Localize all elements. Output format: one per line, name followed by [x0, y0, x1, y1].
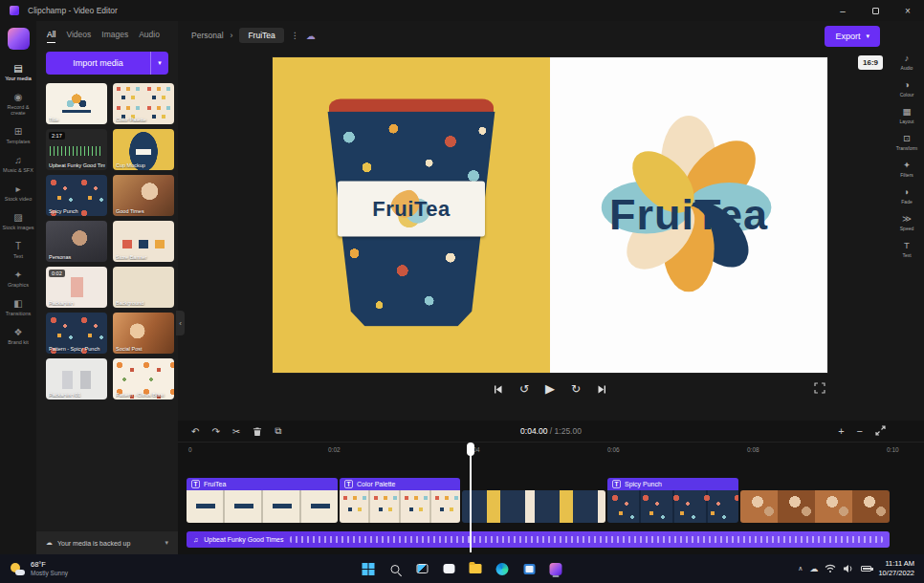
- media-item-pattern-citrus-blast[interactable]: Pattern - Citrus Blast: [113, 358, 174, 399]
- rail-item-label: Speed: [900, 226, 913, 231]
- playhead-handle[interactable]: [467, 443, 474, 456]
- file-explorer-button[interactable]: [468, 561, 484, 577]
- timeline-audio-clip[interactable]: ♫ Upbeat Funky Good Times: [187, 531, 890, 548]
- clipchamp-taskbar-button[interactable]: [548, 561, 564, 577]
- export-button[interactable]: Export ▾: [825, 26, 880, 47]
- cup-label: FruiTea: [338, 182, 485, 237]
- task-view-icon: [416, 564, 428, 573]
- close-button[interactable]: ×: [891, 0, 924, 21]
- play-button[interactable]: ▶: [545, 383, 555, 395]
- sidebar-item-stock-video[interactable]: ▸ Stock video: [0, 179, 36, 207]
- media-item-pattern-spicy-punch[interactable]: Pattern - Spicy Punch: [46, 313, 107, 354]
- chat-button[interactable]: [441, 561, 457, 577]
- tab-videos[interactable]: Videos: [66, 30, 91, 43]
- minimize-button[interactable]: –: [826, 0, 859, 21]
- battery-icon[interactable]: [861, 566, 871, 572]
- split-scissors-button[interactable]: ✂: [232, 426, 240, 437]
- timeline-ruler[interactable]: 0 0:02 0:04 0:06 0:08 0:10: [178, 443, 924, 457]
- maximize-button[interactable]: [859, 0, 891, 21]
- media-item-good-times[interactable]: Good Times: [113, 175, 174, 216]
- media-item-background[interactable]: Background: [113, 267, 174, 308]
- tray-expand-chevron-icon[interactable]: ∧: [798, 565, 803, 572]
- media-item-social-post[interactable]: Social Post: [113, 313, 174, 354]
- media-item-store-banner[interactable]: Store Banner: [113, 221, 174, 262]
- taskbar-clock[interactable]: 11:11 AM 10/27/2022: [878, 559, 914, 578]
- media-item-upbeat-funky[interactable]: 2:17 Upbeat Funky Good Tim...: [46, 129, 107, 170]
- start-button[interactable]: [361, 561, 377, 577]
- onedrive-cloud-icon[interactable]: ☁: [809, 564, 818, 573]
- sidebar-item-label: Record & create: [1, 104, 35, 116]
- rail-item-audio[interactable]: ♪ Audio: [901, 54, 913, 71]
- text-clip-icon: T: [344, 480, 353, 488]
- project-title[interactable]: FruiTea: [239, 28, 283, 43]
- timeline-clip-color-palette[interactable]: T Color Palette: [340, 478, 460, 523]
- edge-button[interactable]: [495, 561, 511, 577]
- video-preview-canvas[interactable]: FruiTea FruiTea: [273, 57, 827, 373]
- backup-collapse-chevron-icon[interactable]: ▾: [165, 539, 168, 547]
- sidebar-item-graphics[interactable]: ✦ Graphics: [0, 265, 36, 293]
- clipchamp-logo[interactable]: [8, 28, 30, 50]
- panel-collapse-handle[interactable]: ‹: [176, 311, 185, 335]
- timeline-clip-segment[interactable]: [462, 490, 605, 523]
- rail-item-fade[interactable]: ◗ Fade: [901, 187, 912, 205]
- zoom-out-button[interactable]: −: [857, 425, 863, 437]
- redo-button[interactable]: ↷: [211, 426, 219, 437]
- delete-button[interactable]: [253, 426, 262, 437]
- tab-audio[interactable]: Audio: [139, 30, 160, 43]
- aspect-ratio-badge[interactable]: 16:9: [858, 55, 883, 70]
- store-button[interactable]: [521, 561, 538, 577]
- media-item-packaging[interactable]: 0:02 Packaging: [46, 267, 107, 308]
- rail-item-filters[interactable]: ✦ Filters: [900, 161, 913, 178]
- duplicate-button[interactable]: ⧉: [275, 425, 281, 437]
- media-item-spicy-punch[interactable]: Spicy Punch: [46, 175, 107, 216]
- audio-waveform: [290, 536, 883, 543]
- import-media-label[interactable]: Import media: [46, 52, 150, 75]
- weather-widget[interactable]: 68°F Mostly Sunny: [0, 560, 78, 577]
- media-item-personas[interactable]: Personas: [46, 221, 107, 262]
- rail-item-transform[interactable]: ⊡ Transform: [896, 134, 918, 151]
- sidebar-item-stock-images[interactable]: ▨ Stock images: [0, 207, 36, 236]
- import-media-button[interactable]: Import media ▾: [46, 52, 168, 75]
- rail-item-colour[interactable]: ◑ Colour: [900, 80, 914, 97]
- timeline-clip-spicy-punch[interactable]: T Spicy Punch: [607, 478, 738, 523]
- sidebar-item-templates[interactable]: ⊞ Templates: [0, 121, 36, 150]
- sidebar-item-text[interactable]: T Text: [0, 236, 36, 265]
- ruler-tick: 0:02: [328, 446, 341, 453]
- sidebar-item-brand-kit[interactable]: ❖ Brand kit: [0, 322, 36, 351]
- skip-to-start-button[interactable]: [493, 384, 503, 395]
- skip-to-end-button[interactable]: [597, 384, 607, 395]
- search-button[interactable]: [387, 561, 404, 577]
- rail-item-speed[interactable]: ≫ Speed: [900, 214, 913, 231]
- volume-icon[interactable]: [843, 560, 854, 577]
- ruler-tick: 0:10: [887, 446, 899, 453]
- task-view-button[interactable]: [414, 561, 430, 577]
- media-item-color-palette[interactable]: Color Palette: [113, 83, 174, 124]
- media-item-title[interactable]: Title: [46, 83, 107, 124]
- media-item-cup-mockup[interactable]: Cup Mockup: [113, 129, 174, 170]
- project-menu-kebab-icon[interactable]: ⋮: [291, 31, 299, 40]
- timeline-clip-fruitea[interactable]: T FruiTea: [187, 478, 338, 523]
- timeline-clip-segment[interactable]: [740, 490, 890, 523]
- zoom-fit-button[interactable]: [875, 425, 886, 438]
- rail-item-text[interactable]: T Text: [902, 241, 911, 258]
- rewind-button[interactable]: ↺: [519, 383, 529, 395]
- sidebar-item-transitions[interactable]: ◧ Transitions: [0, 293, 36, 322]
- timeline: ↶ ↷ ✂ ⧉ 0:04.00 / 1:25.00 + −: [178, 421, 924, 554]
- sidebar-item-record-create[interactable]: ◉ Record & create: [0, 87, 36, 121]
- media-item-packaging-01[interactable]: Packaging 01: [46, 358, 107, 399]
- tab-images[interactable]: Images: [101, 30, 128, 43]
- undo-button[interactable]: ↶: [191, 426, 199, 437]
- fullscreen-button[interactable]: [814, 382, 825, 394]
- rail-item-layout[interactable]: ▦ Layout: [899, 107, 913, 124]
- system-tray: ∧ ☁ 11:11 AM 10/27/2022: [798, 559, 924, 578]
- zoom-in-button[interactable]: +: [838, 425, 844, 437]
- playhead[interactable]: [470, 443, 472, 552]
- fast-forward-button[interactable]: ↻: [571, 383, 581, 395]
- tab-all[interactable]: All: [47, 30, 55, 43]
- breadcrumb-root[interactable]: Personal: [191, 31, 224, 40]
- wifi-icon[interactable]: [825, 560, 836, 577]
- import-media-dropdown[interactable]: ▾: [150, 52, 168, 75]
- chevron-down-icon: ▾: [866, 32, 869, 40]
- sidebar-item-music-sfx[interactable]: ♫ Music & SFX: [0, 150, 36, 179]
- sidebar-item-your-media[interactable]: ▤ Your media: [0, 58, 36, 87]
